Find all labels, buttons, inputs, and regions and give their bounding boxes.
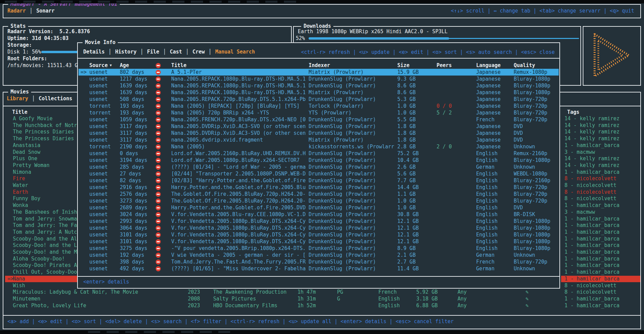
search-results-rows: =>usenet802 daysA 5.1-PTerMiatrix (Prowl… (78, 69, 559, 272)
result-title: The.Goblet.Of.Fire.2005.BluRay.720p.H264… (171, 191, 307, 197)
movie-studio: The Awakening Production (213, 289, 294, 296)
result-quality: Unknown (514, 252, 560, 258)
tab-cast[interactable]: Cast (170, 48, 182, 55)
result-age: 3101 days (120, 238, 154, 245)
search-result-row[interactable]: usenet3024 daysV.for.Vendetta.2005.Blu-r… (79, 211, 559, 218)
tab-details[interactable]: Details (83, 48, 105, 55)
result-quality: DVD (514, 130, 560, 137)
search-result-row[interactable]: usenet2993 daysV.for.Vendetta.2005.1080p… (79, 218, 559, 225)
result-source: usenet (89, 265, 118, 272)
library-row[interactable]: Miraculous: Ladybug & Cat Noir, The Movi… (4, 289, 640, 296)
servarr-tabs: Radarr│Sonarr (7, 7, 54, 14)
column-header-size[interactable]: Size (397, 62, 409, 69)
result-size: 11.4 GB (397, 265, 435, 272)
rejected-icon (156, 70, 161, 75)
search-result-row[interactable]: usenet398 daysTom.And.Jerry.The.Fast.And… (79, 258, 559, 265)
search-result-row[interactable]: usenet2576 daysThe.Goblet.Of.Fire.2005.B… (79, 191, 559, 197)
search-result-row[interactable]: usenet192 daysV wie Vendetta - 2005 - ge… (79, 252, 559, 258)
result-source: usenet (89, 231, 118, 238)
search-result-row[interactable]: usenet1639 daysNana.2005.REPACK.1080p.Bl… (79, 89, 559, 96)
search-result-row[interactable]: usenet508 daysNana.2005.REPACK.720p.BluR… (79, 96, 559, 103)
result-indexer: Miatrix (Prowlarr) (309, 89, 396, 96)
app-header-panel: Managarr - A Servarr management TUI Rada… (3, 4, 641, 18)
result-title: Harry.Potter.and.the.Goblet.of.Fire.2005… (171, 184, 307, 191)
result-language: German (476, 252, 512, 258)
result-quality: DVD (514, 123, 560, 130)
result-language: German (476, 265, 512, 272)
search-result-row[interactable]: usenet3117 daysNana.2005.DVDRip.XviD.AC3… (79, 123, 559, 130)
search-result-row[interactable]: usenet3064 daysV.for.Vendetta.2005.1080p… (79, 225, 559, 231)
result-quality: Bluray-1080p (514, 89, 560, 96)
result-quality: Bluray-1080p (514, 231, 560, 238)
tab-sonarr[interactable]: Sonarr (36, 7, 54, 14)
sort-desc-icon: ▼ (108, 62, 112, 69)
tab-history[interactable]: History (115, 48, 136, 55)
column-header-source[interactable]: Source ▼ (89, 62, 108, 69)
result-age: 398 days (120, 258, 154, 265)
result-age: 3024 days (120, 211, 154, 218)
search-result-row[interactable]: usenet3117 daysnana.2005.dvdrip.xvid.fra… (79, 137, 559, 143)
search-result-row[interactable]: torrent2190 daysNana (2005)kickasstorren… (79, 143, 559, 150)
result-size: 2.6 GB (397, 164, 435, 170)
search-result-row[interactable]: torrent193 daysNana (2005) 720p BRRip x2… (79, 109, 559, 116)
rejected-icon (156, 192, 161, 197)
tab-crew[interactable]: Crew (193, 48, 205, 55)
result-title: V.for.Vendetta.2005.Blu-ray.CEE.1080p.VC… (171, 211, 307, 218)
result-indexer: DrunkenSlug (Prowlarr) (309, 177, 396, 184)
movie-tag: 8 - nicolecolvett (564, 195, 641, 202)
movie-tag: 1 - hamilcar_barca (564, 302, 641, 309)
search-result-row[interactable]: usenet3194 daysLord.of.War.2005.1080p.Bl… (79, 157, 559, 164)
search-result-row[interactable]: usenet3273 daysThe.Goblet.Of.Fire.2005.B… (79, 197, 559, 204)
search-result-row[interactable]: torrent193 daysNana (2005) [REPACK] [720… (79, 103, 559, 109)
search-result-row[interactable]: =>usenet802 daysA 5.1-PTerMiatrix (Prowl… (79, 69, 559, 76)
tab-radarr[interactable]: Radarr (7, 7, 26, 14)
search-result-row[interactable]: usenet3101 daysV.for.Vendetta.2005.1080p… (79, 231, 559, 238)
result-size: 1.8 GB (397, 137, 435, 143)
search-result-row[interactable]: usenet3117 daysNana.2005.DVDRip.XviD.AC3… (79, 130, 559, 137)
search-result-row[interactable]: usenet1639 daysNana.2005.REPACK.1080p.Bl… (79, 82, 559, 89)
tab-file[interactable]: File (147, 48, 159, 55)
movie-tag: 8 - nicolecolvett (564, 283, 641, 289)
search-result-row[interactable]: usenet1059 daysNana.2005.FRENCH.720p.Blu… (79, 116, 559, 123)
result-language: English (476, 150, 512, 157)
column-header-language[interactable]: Language (476, 62, 501, 69)
result-quality: DVD (514, 137, 560, 143)
result-age: 3275 days (120, 245, 154, 252)
search-result-row[interactable]: usenet3101 daysV.for.Vendetta.2005.1080p… (79, 238, 559, 245)
search-result-row[interactable]: usenet2916 daysHarry.Potter.and.the.Gobl… (79, 184, 559, 191)
search-result-row[interactable]: usenet0 daysLord.of.War.2005.2160p.BluRa… (79, 150, 559, 157)
search-result-row[interactable]: usenet2689 daysHarry.Potter.and.the.Gobl… (79, 204, 559, 211)
rejected-icon (156, 246, 161, 251)
result-quality: Bluray-720p (514, 191, 560, 197)
search-result-row[interactable]: usenet3275 days-"V pour vendetta.2005.BR… (79, 245, 559, 252)
search-result-row[interactable]: usenet285 days(????) [01/34] - "Lord of … (79, 164, 559, 170)
tab-manual-search[interactable]: Manual Search (215, 48, 255, 55)
column-header-title[interactable]: Title (171, 62, 186, 69)
movie-year: 2008 (188, 296, 200, 302)
modal-tab-separator (78, 58, 559, 59)
column-header-age[interactable]: Age (120, 62, 129, 69)
column-header-peers[interactable]: Peers (437, 62, 452, 69)
result-size: 2.8 GB (397, 143, 435, 150)
movie-tag: 1 - hamilcar_barca (564, 222, 641, 229)
result-size: 75.2 GB (397, 150, 435, 157)
library-row[interactable]: Minutemen2008Salty Pictures1h 31mGEnglis… (4, 296, 640, 302)
library-row[interactable]: Great Photo, Lovely Life2023HBO Document… (4, 302, 640, 309)
radarr-version-value: 5.2.6.8376 (59, 28, 90, 35)
tab-collections[interactable]: Collections (39, 95, 72, 102)
rejected-icon (156, 77, 161, 82)
result-language: Japanese (476, 69, 512, 76)
rejected-icon (156, 158, 161, 163)
search-result-row[interactable]: usenet27 days[02/44] "Transporter 2.2005… (79, 170, 559, 177)
rejected-icon (156, 144, 161, 149)
tab-separator: │ (105, 48, 115, 55)
tab-library[interactable]: Library (7, 95, 28, 102)
result-indexer: DrunkenSlug (Prowlarr) (309, 191, 396, 197)
movie-studio: Salty Pictures (213, 296, 294, 302)
search-result-row[interactable]: usenet1217 daysNana.2005.REPACK.1080p.Bl… (79, 76, 559, 82)
column-header-quality[interactable]: Quality (514, 62, 535, 69)
search-result-row[interactable]: usenet492 days(????) [01/65] - "Miss Und… (79, 265, 559, 272)
result-age: 1059 days (120, 116, 154, 123)
search-result-row[interactable]: usenet82 days[02/83] "Harry.Potter.and.t… (79, 177, 559, 184)
column-header-indexer[interactable]: Indexer (309, 62, 330, 69)
